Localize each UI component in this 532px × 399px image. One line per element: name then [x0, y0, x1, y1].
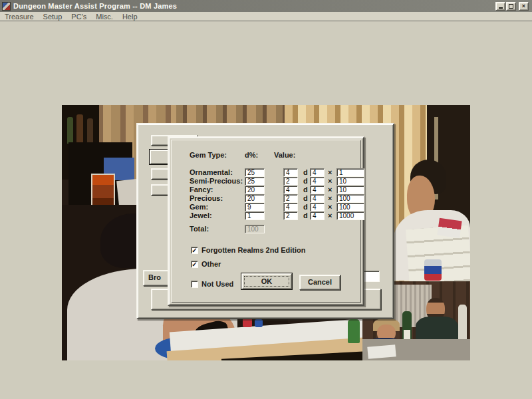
- dpercent-ornamental[interactable]: [245, 168, 265, 177]
- dice-fancy[interactable]: [283, 186, 298, 194]
- sides-ornamental[interactable]: [310, 168, 325, 177]
- menu-setup[interactable]: Setup: [39, 13, 67, 21]
- menu-misc[interactable]: Misc.: [91, 13, 118, 21]
- not-used-checkbox[interactable]: [191, 281, 198, 288]
- photo-bottle-2: [76, 114, 83, 145]
- ok-button[interactable]: OK: [241, 273, 293, 290]
- ok-focus-rect: [244, 276, 289, 287]
- d-sep-ornamental: d: [303, 168, 308, 176]
- header-gem-type: Gem Type:: [190, 151, 227, 159]
- dpercent-semi-precious[interactable]: [245, 177, 265, 186]
- total-label: Total:: [190, 225, 209, 233]
- photo-pepsi-can: [424, 259, 442, 281]
- photo-flag: [437, 218, 462, 238]
- forgotten-realms-label[interactable]: Forgotten Realms 2nd Edition: [201, 246, 305, 254]
- row-label-jewel: Jewel:: [190, 211, 212, 219]
- d-sep-jewel: d: [303, 211, 308, 219]
- d-sep-semi-precious: d: [303, 177, 308, 185]
- row-label-fancy: Fancy:: [190, 186, 213, 194]
- dice-ornamental[interactable]: [283, 168, 298, 177]
- sides-gem[interactable]: [310, 203, 325, 211]
- mult-jewel[interactable]: [336, 211, 364, 220]
- close-icon: ×: [522, 2, 525, 10]
- window-controls: ×: [495, 2, 529, 11]
- dice-gem[interactable]: [283, 203, 298, 211]
- x-sep-jewel: ×: [328, 211, 332, 219]
- d-sep-precious: d: [303, 194, 308, 202]
- forgotten-realms-checkmark-icon: ✓: [192, 247, 197, 254]
- mult-precious[interactable]: [336, 194, 364, 203]
- cancel-button[interactable]: Cancel: [299, 275, 340, 290]
- restore-button[interactable]: [506, 2, 516, 11]
- photo-bottle-1: [67, 117, 73, 144]
- total-field: [245, 225, 265, 233]
- ok-button-face: OK: [241, 273, 292, 289]
- photo-can-blue: [255, 319, 263, 327]
- x-sep-ornamental: ×: [328, 168, 332, 176]
- dice-semi-precious[interactable]: [283, 177, 298, 186]
- photo-inset-white-bottle: [458, 305, 467, 343]
- other-checkbox[interactable]: ✓: [191, 261, 198, 268]
- mult-semi-precious[interactable]: [336, 177, 364, 186]
- mult-fancy[interactable]: [336, 186, 364, 194]
- d-sep-fancy: d: [303, 186, 308, 194]
- browse-button-label: Bro: [148, 273, 161, 281]
- dpercent-precious[interactable]: [245, 194, 265, 203]
- cancel-button-label: Cancel: [308, 278, 332, 286]
- x-sep-fancy: ×: [328, 186, 332, 194]
- row-label-gem: Gem:: [190, 203, 208, 211]
- sides-jewel[interactable]: [310, 211, 325, 220]
- d-sep-gem: d: [303, 203, 308, 211]
- dice-jewel[interactable]: [283, 211, 298, 220]
- x-sep-semi-precious: ×: [328, 177, 332, 185]
- menubar: Treasure Setup PC's Misc. Help: [0, 12, 532, 21]
- photo-inset-papers: [367, 344, 396, 359]
- header-value: Value:: [274, 151, 295, 159]
- client-area: Bro Gem Type: d%: Value: Ornamental: d ×…: [0, 22, 532, 399]
- minimize-icon: [499, 7, 503, 9]
- sides-fancy[interactable]: [310, 186, 325, 194]
- restore-icon: [509, 4, 513, 9]
- dice-precious[interactable]: [283, 194, 298, 203]
- gem-types-dialog: Gem Type: d%: Value: Ornamental: d × Sem…: [168, 136, 364, 306]
- app-icon: [2, 2, 11, 11]
- row-label-ornamental: Ornamental:: [190, 168, 233, 176]
- mult-ornamental[interactable]: [336, 168, 364, 177]
- other-checkmark-icon: ✓: [192, 261, 197, 268]
- row-label-semi-precious: Semi-Precious:: [190, 177, 243, 185]
- sides-precious[interactable]: [310, 194, 325, 203]
- close-button[interactable]: ×: [519, 2, 529, 11]
- window-title: Dungeon Master Assist Program -- DM Jame…: [13, 2, 177, 10]
- forgotten-realms-checkbox[interactable]: ✓: [191, 247, 198, 254]
- photo-module-book: [91, 174, 115, 209]
- photo-can-red: [243, 318, 252, 327]
- not-used-label[interactable]: Not Used: [201, 280, 233, 288]
- photo-green-bottle: [348, 319, 360, 343]
- row-label-precious: Precious:: [190, 194, 223, 202]
- x-sep-gem: ×: [328, 203, 332, 211]
- dpercent-gem[interactable]: [245, 203, 265, 211]
- x-sep-precious: ×: [328, 194, 332, 202]
- sides-semi-precious[interactable]: [310, 177, 325, 186]
- menu-pcs[interactable]: PC's: [66, 13, 91, 21]
- header-d-percent: d%:: [245, 151, 258, 159]
- dpercent-fancy[interactable]: [245, 186, 265, 194]
- menu-help[interactable]: Help: [118, 13, 142, 21]
- dpercent-jewel[interactable]: [245, 211, 265, 220]
- other-label[interactable]: Other: [201, 260, 221, 268]
- background-dialog-field[interactable]: [363, 271, 380, 282]
- titlebar: Dungeon Master Assist Program -- DM Jame…: [0, 0, 532, 12]
- minimize-button[interactable]: [495, 2, 505, 11]
- mult-gem[interactable]: [336, 203, 364, 211]
- menu-treasure[interactable]: Treasure: [0, 13, 39, 21]
- photo-inset-bottle-label: [404, 330, 410, 339]
